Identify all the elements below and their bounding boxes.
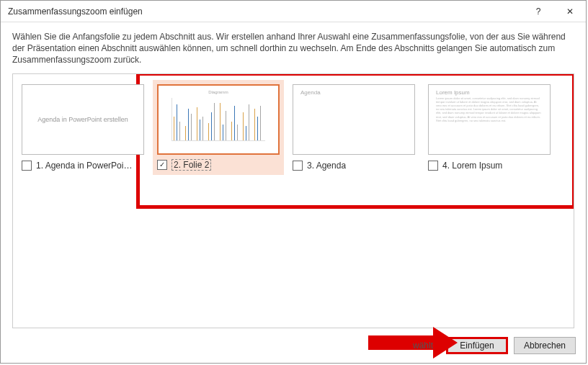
slides-row: Agenda in PowerPoint erstellen 1. Agenda… [22, 84, 565, 171]
slide-thumbnail: Lorem Ipsum Lorem ipsum dolor sit amet, … [428, 84, 551, 155]
cancel-button[interactable]: Abbrechen [514, 337, 576, 354]
chart-icon [172, 98, 265, 141]
thumb-title: Diagramm [208, 90, 228, 94]
slide-checkbox[interactable]: ✓ [157, 160, 167, 170]
help-button[interactable]: ? [522, 1, 554, 22]
slide-thumbnail: Agenda [293, 84, 415, 155]
slide-tile-3[interactable]: Agenda 3. Agenda [293, 84, 415, 171]
slide-caption: 2. Folie 2 [172, 159, 211, 171]
slide-checkbox[interactable] [428, 161, 438, 171]
slide-checkbox[interactable] [22, 161, 32, 171]
dialog-footer: wählt Einfügen Abbrechen [1, 328, 586, 363]
insert-button[interactable]: Einfügen [446, 337, 508, 354]
slide-caption: 4. Lorem Ipsum [442, 161, 502, 171]
close-button[interactable]: ✕ [554, 1, 586, 22]
slide-caption: 3. Agenda [307, 161, 346, 171]
slide-thumbnail: Agenda in PowerPoint erstellen [22, 84, 144, 155]
check-icon: ✓ [159, 161, 165, 168]
thumb-title: Lorem Ipsum [436, 89, 470, 96]
titlebar: Zusammenfassungszoom einfügen ? ✕ [1, 1, 586, 22]
slide-list-pane: Agenda in PowerPoint erstellen 1. Agenda… [12, 73, 574, 328]
slide-tile-1[interactable]: Agenda in PowerPoint erstellen 1. Agenda… [22, 84, 144, 171]
slide-checkbox[interactable] [293, 161, 303, 171]
selection-count-text: wählt [413, 341, 433, 351]
lorem-placeholder-icon: Lorem ipsum dolor sit amet, consetetur s… [436, 96, 543, 147]
close-icon: ✕ [566, 6, 574, 17]
slide-tile-2[interactable]: Diagramm ✓ 2. Folie 2 [157, 84, 280, 171]
summary-zoom-dialog: Zusammenfassungszoom einfügen ? ✕ Wählen… [0, 0, 587, 364]
description-text: Wählen Sie die Anfangsfolie zu jedem Abs… [12, 31, 574, 66]
thumb-title: Agenda in PowerPoint erstellen [27, 116, 138, 123]
slide-caption: 1. Agenda in PowerPoint... [36, 161, 137, 171]
slide-thumbnail: Diagramm [157, 84, 280, 155]
dialog-title: Zusammenfassungszoom einfügen [8, 6, 522, 17]
dialog-content: Wählen Sie die Anfangsfolie zu jedem Abs… [1, 22, 586, 328]
help-icon: ? [536, 6, 541, 17]
slide-tile-4[interactable]: Lorem Ipsum Lorem ipsum dolor sit amet, … [428, 84, 551, 171]
thumb-title: Agenda [300, 89, 321, 96]
